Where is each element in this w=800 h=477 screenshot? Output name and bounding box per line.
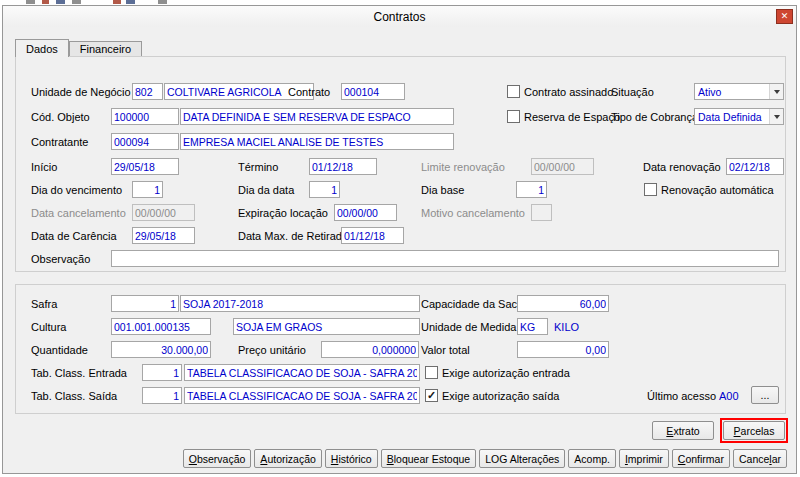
historico-button[interactable]: Histórico bbox=[325, 449, 378, 468]
cultura-name-input[interactable] bbox=[233, 318, 420, 335]
confirmar-button[interactable]: Confirmar bbox=[672, 449, 730, 468]
data-max-retirada-input[interactable] bbox=[341, 227, 404, 244]
dia-vencimento-input[interactable] bbox=[132, 181, 163, 198]
motivo-cancelamento-label: Motivo cancelamento bbox=[421, 207, 525, 220]
toolbar-icon-fragment bbox=[126, 0, 135, 4]
data-renovacao-input[interactable] bbox=[726, 158, 784, 175]
limite-renovacao-input bbox=[531, 158, 594, 175]
tab-class-entrada-name-input[interactable] bbox=[184, 364, 420, 381]
cod-objeto-name-input[interactable] bbox=[180, 108, 454, 125]
situacao-label: Situação bbox=[611, 86, 654, 99]
limite-renovacao-label: Limite renovação bbox=[421, 161, 505, 174]
cod-objeto-label: Cód. Objeto bbox=[31, 111, 90, 124]
exige-autorizacao-saida-label: Exige autorização saída bbox=[442, 390, 559, 403]
safra-label: Safra bbox=[31, 298, 57, 311]
ultimo-acesso-value: A00 bbox=[719, 390, 739, 403]
toolbar-icon-fragment bbox=[42, 0, 49, 4]
contratante-name-input[interactable] bbox=[180, 133, 454, 150]
dia-data-input[interactable] bbox=[309, 181, 340, 198]
screen: Contratos ✕ Dados Financeiro Unidade de … bbox=[0, 0, 800, 477]
contrato-assinado-checkbox[interactable] bbox=[507, 85, 520, 98]
toolbar-icon-fragment bbox=[72, 0, 81, 4]
expiracao-locacao-input[interactable] bbox=[334, 204, 397, 221]
unidade-negocio-code-input[interactable] bbox=[132, 83, 163, 100]
data-max-retirada-label: Data Max. de Retirada bbox=[238, 230, 348, 243]
cod-objeto-code-input[interactable] bbox=[111, 108, 179, 125]
termino-label: Término bbox=[238, 161, 278, 174]
tipo-cobranca-select[interactable]: Data Definida bbox=[694, 108, 784, 125]
log-alteracoes-button[interactable]: LOG Alterações bbox=[479, 449, 565, 468]
inicio-input[interactable] bbox=[111, 158, 179, 175]
ultimo-acesso-label: Último acesso bbox=[647, 390, 716, 403]
safra-name-input[interactable] bbox=[180, 295, 420, 312]
titlebar: Contratos ✕ bbox=[3, 6, 796, 27]
unidade-medida-name: KILO bbox=[554, 321, 579, 334]
tipo-cobranca-value: Data Definida bbox=[695, 109, 769, 124]
renovacao-automatica-checkbox[interactable] bbox=[644, 183, 657, 196]
data-cancelamento-input bbox=[132, 204, 195, 221]
tab-class-entrada-label: Tab. Class. Entrada bbox=[31, 367, 127, 380]
parcelas-highlight-box: Parcelas bbox=[720, 418, 788, 443]
situacao-value: Ativo bbox=[695, 84, 769, 99]
observacao-label: Observação bbox=[31, 253, 90, 266]
contratante-code-input[interactable] bbox=[111, 133, 179, 150]
ultimo-acesso-browse-button[interactable]: ... bbox=[751, 386, 779, 404]
close-icon[interactable]: ✕ bbox=[776, 9, 793, 24]
data-cancelamento-label: Data cancelamento bbox=[31, 207, 126, 220]
exige-autorizacao-entrada-label: Exige autorização entrada bbox=[442, 367, 570, 380]
acomp-button[interactable]: Acomp. bbox=[568, 449, 616, 468]
chevron-down-icon[interactable] bbox=[769, 109, 783, 124]
parcelas-button[interactable]: Parcelas bbox=[723, 421, 785, 440]
tab-class-entrada-code-input[interactable] bbox=[142, 364, 182, 381]
toolbar-icon-fragment bbox=[26, 0, 35, 4]
data-carencia-input[interactable] bbox=[132, 227, 195, 244]
extrato-parcelas-row: Extrato Parcelas bbox=[652, 418, 788, 443]
contrato-label: Contrato bbox=[288, 86, 330, 99]
expiracao-locacao-label: Expiração locação bbox=[238, 207, 328, 220]
unidade-negocio-label: Unidade de Negócio bbox=[31, 86, 131, 99]
window-title: Contratos bbox=[373, 10, 425, 24]
tab-dados[interactable]: Dados bbox=[15, 39, 69, 57]
preco-unitario-input[interactable] bbox=[321, 341, 419, 358]
extrato-button[interactable]: Extrato bbox=[652, 421, 714, 440]
chevron-down-icon[interactable] bbox=[769, 84, 783, 99]
valor-total-input[interactable] bbox=[517, 341, 609, 358]
dia-vencimento-label: Dia do vencimento bbox=[31, 184, 122, 197]
bottom-button-row: Observação Autorização Histórico Bloquea… bbox=[183, 449, 787, 468]
observacao-button[interactable]: Observação bbox=[183, 449, 252, 468]
toolbar-icon-fragment bbox=[158, 0, 167, 4]
situacao-select[interactable]: Ativo bbox=[694, 83, 784, 100]
data-renovacao-label: Data renovação bbox=[643, 161, 721, 174]
data-carencia-label: Data de Carência bbox=[31, 230, 117, 243]
unidade-medida-code-input[interactable] bbox=[517, 318, 548, 335]
contrato-input[interactable] bbox=[341, 83, 405, 100]
dia-data-label: Dia da data bbox=[238, 184, 294, 197]
observacao-input[interactable] bbox=[111, 250, 779, 267]
tab-class-saida-name-input[interactable] bbox=[184, 387, 420, 404]
cultura-label: Cultura bbox=[31, 321, 66, 334]
dia-base-input[interactable] bbox=[516, 181, 547, 198]
cancelar-button[interactable]: Cancelar bbox=[733, 449, 787, 468]
tab-class-saida-code-input[interactable] bbox=[142, 387, 182, 404]
safra-code-input[interactable] bbox=[111, 295, 179, 312]
autorizacao-button[interactable]: Autorização bbox=[254, 449, 321, 468]
toolbar-icon-fragment bbox=[113, 0, 121, 4]
motivo-cancelamento-input bbox=[531, 204, 552, 221]
cultura-code-input[interactable] bbox=[111, 318, 211, 335]
imprimir-button[interactable]: Imprimir bbox=[619, 449, 669, 468]
tab-financeiro[interactable]: Financeiro bbox=[69, 41, 142, 56]
quantidade-label: Quantidade bbox=[31, 344, 88, 357]
unidade-medida-label: Unidade de Medida bbox=[421, 321, 516, 334]
quantidade-input[interactable] bbox=[111, 341, 211, 358]
capacidade-saca-label: Capacidade da Saca bbox=[421, 298, 523, 311]
renovacao-automatica-label: Renovação automática bbox=[661, 184, 774, 197]
reserva-espaco-checkbox[interactable] bbox=[507, 110, 520, 123]
bloquear-estoque-button[interactable]: Bloquear Estoque bbox=[381, 449, 477, 468]
exige-autorizacao-entrada-checkbox[interactable] bbox=[425, 366, 438, 379]
termino-input[interactable] bbox=[309, 158, 377, 175]
tab-bar: Dados Financeiro bbox=[15, 39, 142, 57]
capacidade-saca-input[interactable] bbox=[517, 295, 609, 312]
exige-autorizacao-saida-checkbox[interactable]: ✓ bbox=[425, 389, 438, 402]
dia-base-label: Dia base bbox=[421, 184, 464, 197]
reserva-espaco-label: Reserva de Espaço bbox=[524, 111, 620, 124]
